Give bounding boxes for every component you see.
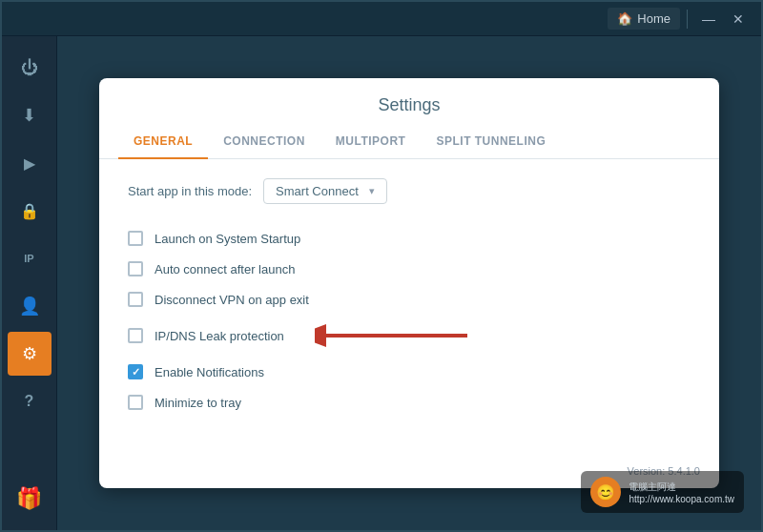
checkbox-minimize-tray: Minimize to tray <box>128 387 691 418</box>
checkbox-auto-connect-label: Auto connect after launch <box>155 262 295 276</box>
checkbox-enable-notif-input[interactable] <box>128 364 143 379</box>
home-button[interactable]: 🏠 Home <box>608 8 680 30</box>
checkbox-launch-startup: Launch on System Startup <box>128 223 691 254</box>
start-app-label: Start app in this mode: <box>128 184 252 198</box>
start-app-row: Start app in this mode: Smart Connect ▾ <box>128 178 691 204</box>
tab-connection[interactable]: CONNECTION <box>208 125 320 159</box>
watermark-text: 電腦主阿達 http://www.koopa.com.tw <box>629 481 734 504</box>
sidebar-item-settings[interactable]: ⚙ <box>8 332 52 376</box>
checkbox-enable-notif-label: Enable Notifications <box>155 365 264 379</box>
home-label: Home <box>637 11 670 26</box>
sidebar-item-download[interactable]: ⬇ <box>8 93 52 137</box>
home-icon: 🏠 <box>617 11 632 26</box>
title-bar: 🏠 Home — ✕ <box>2 2 761 36</box>
settings-title: Settings <box>99 78 719 125</box>
tab-split-tunneling[interactable]: SPLIT TUNNELING <box>421 125 561 159</box>
checkbox-disconnect-vpn-input[interactable] <box>128 292 143 307</box>
checkbox-minimize-tray-input[interactable] <box>128 395 143 410</box>
tabs-bar: GENERAL CONNECTION MULTIPORT SPLIT TUNNE… <box>99 125 719 159</box>
divider <box>687 10 688 29</box>
watermark-line1: 電腦主阿達 <box>629 481 734 494</box>
checkbox-auto-connect: Auto connect after launch <box>128 254 691 284</box>
app-window: 🏠 Home — ✕ ⏻ ⬇ ▶ 🔒 IP 👤 ⚙ ? 🎁 Set <box>0 0 763 532</box>
checkbox-disconnect-vpn: Disconnect VPN on app exit <box>128 284 691 315</box>
checkbox-enable-notif: Enable Notifications <box>128 357 691 387</box>
sidebar-item-ip[interactable]: IP <box>8 236 52 280</box>
sidebar-item-help[interactable]: ? <box>8 379 52 423</box>
main-layout: ⏻ ⬇ ▶ 🔒 IP 👤 ⚙ ? 🎁 Settings GENERAL CONN… <box>2 36 761 530</box>
window-controls: 🏠 Home — ✕ <box>608 8 752 30</box>
tab-multiport[interactable]: MULTIPORT <box>320 125 422 159</box>
sidebar-item-lock[interactable]: 🔒 <box>8 189 52 233</box>
checkbox-disconnect-vpn-label: Disconnect VPN on app exit <box>155 293 309 307</box>
watermark-line2: http://www.koopa.com.tw <box>629 494 734 504</box>
watermark-icon: 😊 <box>590 477 621 507</box>
sidebar: ⏻ ⬇ ▶ 🔒 IP 👤 ⚙ ? 🎁 <box>2 36 57 530</box>
watermark: 😊 電腦主阿達 http://www.koopa.com.tw <box>581 471 744 513</box>
checkbox-minimize-tray-label: Minimize to tray <box>155 396 241 410</box>
checkbox-launch-startup-label: Launch on System Startup <box>155 232 300 246</box>
sidebar-item-user[interactable]: 👤 <box>8 284 52 328</box>
checkbox-ip-dns-leak-label: IP/DNS Leak protection <box>155 329 284 343</box>
checkbox-launch-startup-input[interactable] <box>128 231 143 246</box>
minimize-button[interactable]: — <box>694 9 723 30</box>
tab-general[interactable]: GENERAL <box>118 125 208 159</box>
start-app-value: Smart Connect <box>276 184 359 198</box>
content-area: Settings GENERAL CONNECTION MULTIPORT SP… <box>57 36 761 530</box>
checkbox-auto-connect-input[interactable] <box>128 261 143 276</box>
sidebar-item-play[interactable]: ▶ <box>8 141 52 185</box>
sidebar-item-power[interactable]: ⏻ <box>8 46 52 90</box>
checkbox-ip-dns-leak-input[interactable] <box>128 328 143 343</box>
settings-body: Start app in this mode: Smart Connect ▾ … <box>99 159 719 458</box>
start-app-dropdown[interactable]: Smart Connect ▾ <box>263 178 387 204</box>
red-arrow-icon <box>315 322 467 349</box>
dropdown-arrow-icon: ▾ <box>369 185 375 197</box>
close-button[interactable]: ✕ <box>725 9 752 30</box>
settings-panel: Settings GENERAL CONNECTION MULTIPORT SP… <box>99 78 719 488</box>
checkbox-ip-dns-leak: IP/DNS Leak protection <box>128 315 691 357</box>
sidebar-item-gift[interactable]: 🎁 <box>8 477 52 521</box>
